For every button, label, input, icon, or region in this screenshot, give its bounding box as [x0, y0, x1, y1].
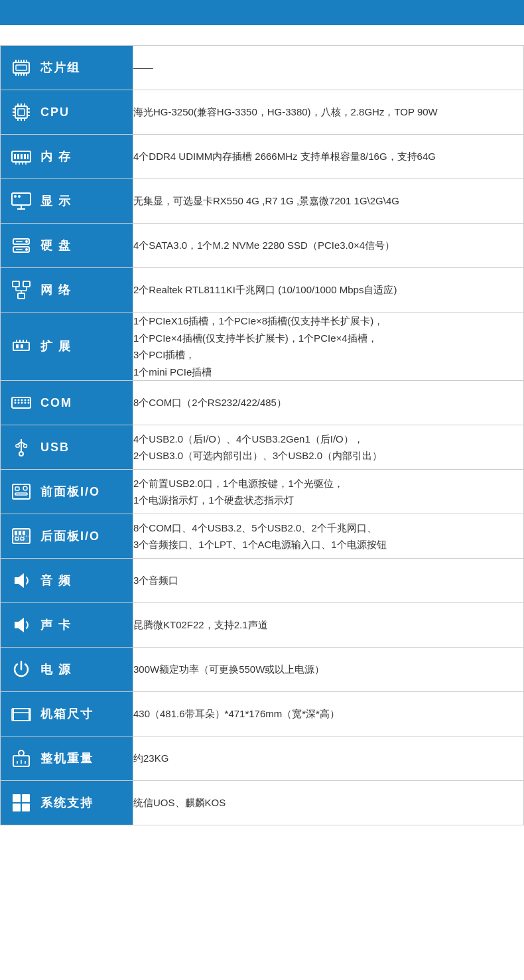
svg-rect-82	[15, 493, 27, 495]
value-cell-display: 无集显，可选显卡RX550 4G ,R7 1G ,景嘉微7201 1G\2G\4…	[133, 179, 524, 224]
svg-rect-79	[13, 484, 30, 499]
label-cell-storage: 硬 盘	[1, 224, 133, 268]
svg-rect-80	[15, 487, 19, 490]
svg-rect-106	[13, 794, 21, 802]
usb-label: USB	[40, 441, 70, 455]
label-cell-expansion: 扩 展	[1, 313, 133, 381]
svg-rect-49	[18, 293, 25, 299]
label-cell-weight: 整机重量	[1, 736, 133, 781]
table-row: 后面板I/O8个COM口、4个USB3.2、5个USB2.0、2个千兆网口、3个…	[1, 514, 524, 559]
label-cell-audio: 音 频	[1, 559, 133, 603]
value-cell-com: 8个COM口（2个RS232/422/485）	[133, 381, 524, 425]
svg-rect-48	[23, 281, 30, 287]
svg-rect-109	[22, 804, 30, 811]
label-cell-memory: 内 存	[1, 135, 133, 179]
svg-rect-31	[27, 154, 29, 159]
svg-point-78	[19, 452, 23, 456]
network-label: 网 络	[40, 282, 72, 298]
storage-icon	[9, 233, 34, 258]
svg-rect-86	[15, 531, 17, 535]
svg-rect-36	[12, 193, 31, 205]
value-cell-storage: 4个SATA3.0，1个M.2 NVMe 2280 SSD（PCIe3.0×4信…	[133, 224, 524, 268]
table-row: 硬 盘4个SATA3.0，1个M.2 NVMe 2280 SSD（PCIe3.0…	[1, 224, 524, 268]
memory-label: 内 存	[40, 149, 72, 165]
svg-rect-1	[16, 65, 27, 70]
table-row: 芯片组——	[1, 46, 524, 90]
value-cell-network: 2个Realtek RTL8111KI千兆网口 (10/100/1000 Mbp…	[133, 268, 524, 313]
expansion-label: 扩 展	[40, 338, 72, 354]
table-row: CPU海光HG-3250(兼容HG-3350，HG-3380)，八核，2.8GH…	[1, 90, 524, 135]
label-cell-cpu: CPU	[1, 90, 133, 135]
rear-io-icon	[9, 524, 34, 549]
usb-icon	[9, 435, 34, 460]
table-row: 扩 展1个PCIeX16插槽，1个PCIe×8插槽(仅支持半长扩展卡)，1个PC…	[1, 313, 524, 381]
value-cell-sound-card: 昆腾微KT02F22，支持2.1声道	[133, 603, 524, 648]
audio-icon	[9, 568, 34, 593]
label-cell-chipset: 芯片组	[1, 46, 133, 90]
com-icon	[9, 390, 34, 415]
cpu-icon	[9, 100, 34, 125]
svg-rect-88	[23, 531, 25, 535]
display-icon	[9, 188, 34, 214]
sound-card-icon	[9, 612, 34, 638]
value-cell-cpu: 海光HG-3250(兼容HG-3350，HG-3380)，八核，2.8GHz，T…	[133, 90, 524, 135]
value-cell-audio: 3个音频口	[133, 559, 524, 603]
storage-label: 硬 盘	[40, 238, 72, 253]
table-row: 内 存4个DDR4 UDIMM内存插槽 2666MHz 支持单根容量8/16G，…	[1, 135, 524, 179]
label-cell-case-size: 机箱尺寸	[1, 692, 133, 736]
svg-marker-91	[15, 573, 24, 588]
table-row: 前面板I/O2个前置USB2.0口，1个电源按键，1个光驱位，1个电源指示灯，1…	[1, 470, 524, 514]
value-cell-memory: 4个DDR4 UDIMM内存插槽 2666MHz 支持单根容量8/16G，支持6…	[133, 135, 524, 179]
label-cell-front-io: 前面板I/O	[1, 470, 133, 514]
chipset-label: 芯片组	[40, 60, 80, 76]
com-label: COM	[40, 396, 72, 410]
table-row: COM8个COM口（2个RS232/422/485）	[1, 381, 524, 425]
cpu-label: CPU	[40, 105, 70, 119]
svg-rect-30	[24, 154, 26, 159]
power-icon	[9, 657, 34, 682]
value-cell-os: 统信UOS、麒麟KOS	[133, 781, 524, 825]
svg-point-70	[21, 399, 23, 401]
label-cell-display: 显 示	[1, 179, 133, 224]
value-cell-weight: 约23KG	[133, 736, 524, 781]
svg-rect-28	[17, 154, 19, 159]
svg-point-67	[28, 402, 30, 404]
page-header	[0, 0, 524, 25]
svg-rect-76	[16, 445, 19, 447]
spec-table: 芯片组——CPU海光HG-3250(兼容HG-3350，HG-3380)，八核，…	[0, 45, 524, 825]
os-label: 系统支持	[40, 795, 94, 811]
svg-rect-87	[19, 531, 21, 535]
rear-io-label: 后面板I/O	[40, 528, 100, 544]
label-cell-com: COM	[1, 381, 133, 425]
svg-rect-12	[15, 106, 27, 118]
network-icon	[9, 277, 34, 303]
case-size-label: 机箱尺寸	[40, 706, 94, 722]
chipset-icon	[9, 55, 34, 80]
svg-rect-13	[18, 109, 25, 115]
table-row: 电 源300W额定功率（可更换550W或以上电源）	[1, 648, 524, 692]
svg-marker-92	[15, 618, 24, 632]
table-row: USB4个USB2.0（后I/O）、4个USB3.2Gen1（后I/O），2个U…	[1, 425, 524, 470]
table-row: 整机重量约23KG	[1, 736, 524, 781]
svg-rect-107	[22, 794, 30, 802]
value-cell-chipset: ——	[133, 46, 524, 90]
power-label: 电 源	[40, 662, 72, 677]
front-io-icon	[9, 479, 34, 504]
svg-point-101	[19, 750, 24, 756]
svg-rect-93	[13, 709, 29, 721]
svg-point-68	[15, 399, 17, 401]
svg-rect-29	[21, 154, 23, 159]
value-cell-expansion: 1个PCIeX16插槽，1个PCIe×8插槽(仅支持半长扩展卡)，1个PCIe×…	[133, 313, 524, 381]
value-cell-front-io: 2个前置USB2.0口，1个电源按键，1个光驱位，1个电源指示灯，1个硬盘状态指…	[133, 470, 524, 514]
table-row: 网 络2个Realtek RTL8111KI千兆网口 (10/100/1000 …	[1, 268, 524, 313]
label-cell-rear-io: 后面板I/O	[1, 514, 133, 559]
svg-rect-61	[21, 344, 23, 348]
value-cell-power: 300W额定功率（可更换550W或以上电源）	[133, 648, 524, 692]
table-row: 声 卡昆腾微KT02F22，支持2.1声道	[1, 603, 524, 648]
weight-label: 整机重量	[40, 750, 94, 766]
value-cell-usb: 4个USB2.0（后I/O）、4个USB3.2Gen1（后I/O），2个USB3…	[133, 425, 524, 470]
svg-point-65	[21, 402, 23, 404]
table-row: 机箱尺寸430（481.6带耳朵）*471*176mm（宽*深*高）	[1, 692, 524, 736]
table-row: 显 示无集显，可选显卡RX550 4G ,R7 1G ,景嘉微7201 1G\2…	[1, 179, 524, 224]
svg-point-39	[14, 195, 17, 198]
